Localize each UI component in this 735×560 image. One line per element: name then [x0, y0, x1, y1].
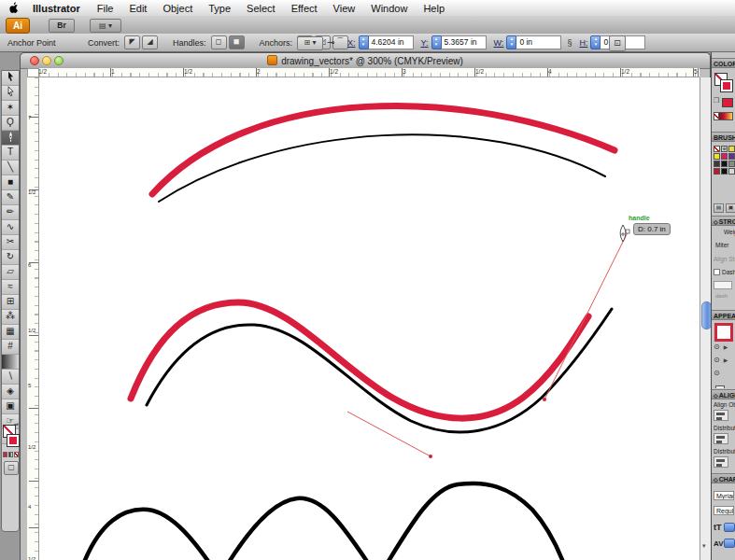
handles-button-2[interactable]: ◼ — [229, 35, 245, 49]
brush-swatch[interactable] — [714, 153, 720, 160]
w-field[interactable]: 0 in — [516, 35, 561, 49]
selection-tool[interactable] — [2, 71, 19, 86]
magic-wand-tool[interactable]: ✶ — [2, 101, 19, 116]
paintbrush-tool[interactable]: ✎ — [2, 190, 19, 205]
eyedropper-tool[interactable]: ∖ — [2, 370, 19, 385]
x-field[interactable]: 4.6204 in — [369, 35, 414, 49]
brush-swatch[interactable] — [721, 168, 728, 175]
menu-item-select[interactable]: Select — [247, 3, 276, 14]
live-paint-bucket-tool[interactable]: ▣ — [2, 399, 19, 414]
handles-button-1[interactable]: ◻ — [211, 35, 227, 49]
width-tool[interactable]: ≈ — [2, 280, 19, 295]
visibility-eye-icon[interactable]: ⊙ — [714, 356, 720, 364]
scissors-tool[interactable]: ✂ — [2, 235, 19, 250]
gradient-mode-button[interactable] — [8, 452, 13, 457]
brush-swatch[interactable] — [728, 153, 735, 160]
bezier-handle-line[interactable] — [347, 412, 431, 456]
blend-tool[interactable]: ◈ — [2, 385, 19, 399]
current-color-swatch[interactable] — [722, 98, 733, 107]
appearance-row[interactable]: ⊙▶ — [714, 356, 728, 364]
x-stepper[interactable]: ▲▼ — [359, 35, 369, 49]
screen-mode-button[interactable]: ▢ — [4, 461, 19, 475]
direct-selection-tool[interactable] — [2, 86, 19, 101]
panel-header-appearance[interactable]: APPEARANCE — [712, 310, 735, 320]
menu-item-edit[interactable]: Edit — [129, 3, 147, 14]
brush-swatch[interactable] — [728, 168, 735, 175]
align-left-button[interactable] — [714, 410, 728, 421]
font-family-select[interactable]: Myriad Pro — [714, 491, 734, 500]
appearance-item-icon[interactable]: ▫ — [715, 385, 725, 388]
bezier-handle-dot[interactable] — [543, 398, 546, 401]
stroke-swatch-red[interactable] — [7, 434, 20, 447]
panel-header-character[interactable]: ◇CHARACTER — [712, 473, 735, 483]
menu-item-object[interactable]: Object — [163, 3, 192, 14]
transform-panel-button[interactable]: ⊡ — [609, 35, 626, 51]
menu-item-type[interactable]: Type — [208, 3, 231, 14]
menu-app-name[interactable]: Illustrator — [33, 3, 80, 14]
brush-swatch[interactable]: ⊕ — [721, 146, 728, 152]
brush-swatch[interactable] — [721, 161, 728, 167]
brush-panel-button[interactable]: ▤ — [714, 203, 724, 213]
line-segment-tool[interactable]: ╲ — [2, 161, 19, 175]
menu-item-help[interactable]: Help — [423, 3, 445, 14]
apple-menu-icon[interactable] — [9, 2, 20, 14]
color-stroke-swatch[interactable] — [720, 79, 733, 92]
visibility-eye-icon[interactable]: ⊙ — [714, 369, 720, 377]
scrollbar-arrow-icon[interactable]: ▾ — [702, 542, 706, 550]
bezier-handle-line[interactable] — [544, 232, 628, 399]
lasso-tool[interactable]: Ϙ — [2, 116, 19, 131]
expand-arrow-icon[interactable]: ▶ — [724, 357, 728, 363]
brush-panel-button[interactable]: ▣ — [726, 203, 735, 213]
column-graph-tool[interactable]: ▦ — [2, 325, 19, 340]
gradient-tool[interactable] — [2, 355, 19, 370]
brush-swatch[interactable] — [721, 153, 728, 160]
pen-tool[interactable] — [2, 131, 19, 146]
reference-point-button[interactable]: ⊞ ▾ — [297, 36, 323, 50]
dashed-line-checkbox[interactable] — [714, 269, 720, 275]
ai-app-icon[interactable]: Ai — [6, 18, 30, 34]
symbol-sprayer-tool[interactable]: ⁂ — [2, 310, 19, 325]
artboard-canvas[interactable]: handle D: 0.7 in — [39, 77, 700, 560]
pencil-tool[interactable]: ✏ — [2, 205, 19, 220]
rectangle-tool[interactable]: ■ — [2, 175, 19, 190]
bezier-handle-dot[interactable] — [429, 455, 432, 458]
h-stepper[interactable]: ▲▼ — [590, 35, 601, 49]
panel-header-color[interactable]: COLOR — [712, 58, 735, 68]
font-size-stepper[interactable] — [724, 523, 735, 532]
arrange-documents-button[interactable]: ▤ ▾ — [90, 19, 121, 33]
brush-swatch[interactable] — [728, 146, 735, 152]
brush-swatch[interactable] — [714, 146, 720, 152]
type-tool[interactable]: T — [2, 146, 19, 161]
y-field[interactable]: 5.3657 in — [442, 35, 487, 49]
scale-tool[interactable]: ▱ — [2, 265, 19, 280]
brush-swatch[interactable] — [714, 161, 720, 167]
menu-item-effect[interactable]: Effect — [291, 3, 318, 14]
go-to-bridge-button[interactable]: Br — [49, 19, 75, 33]
vertical-scrollbar[interactable]: ▾ — [700, 77, 711, 560]
color-mode-button[interactable] — [3, 452, 7, 457]
document-title-bar[interactable]: drawing_vectors* @ 300% (CMYK/Preview) — [21, 53, 710, 69]
convert-button-1[interactable]: ◤ — [124, 35, 140, 49]
visibility-eye-icon[interactable]: ⊙ — [714, 343, 720, 351]
none-mode-button[interactable] — [14, 452, 19, 457]
menu-item-view[interactable]: View — [333, 3, 356, 14]
expand-arrow-icon[interactable]: ▶ — [724, 344, 728, 350]
link-dimensions-icon[interactable]: § — [567, 38, 572, 48]
ramp-none-swatch[interactable] — [714, 112, 719, 120]
brush-swatch[interactable] — [714, 168, 720, 175]
w-stepper[interactable]: ▲▼ — [506, 35, 516, 49]
bezier-handle-dot[interactable] — [129, 397, 133, 400]
menu-item-window[interactable]: Window — [371, 3, 407, 14]
panel-header-brushes[interactable]: BRUSHES — [712, 132, 735, 142]
panel-header-stroke[interactable]: ◇STROKE — [712, 216, 735, 226]
free-transform-tool[interactable]: ⊞ — [2, 295, 19, 310]
smooth-tool[interactable]: ∿ — [2, 220, 19, 235]
y-stepper[interactable]: ▲▼ — [431, 35, 442, 49]
appearance-row[interactable]: ⊙ — [714, 369, 720, 377]
rotate-tool[interactable]: ↻ — [2, 250, 19, 265]
distribute-button[interactable] — [714, 433, 728, 444]
spacing-button[interactable] — [714, 456, 728, 468]
kerning-stepper[interactable] — [724, 539, 735, 548]
out-of-web-color-icon[interactable]: ❒ — [714, 97, 719, 105]
font-style-select[interactable]: Regular — [714, 506, 734, 515]
